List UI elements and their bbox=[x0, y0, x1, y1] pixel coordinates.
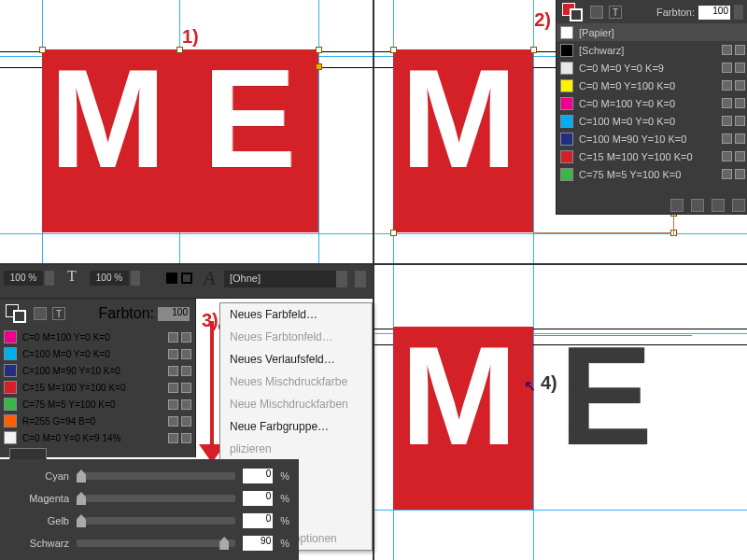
slider-label: Gelb bbox=[9, 515, 69, 526]
swatch-row[interactable]: C=0 M=0 Y=100 K=0 bbox=[557, 77, 747, 94]
selection-handle[interactable] bbox=[316, 47, 322, 53]
selection-handle[interactable] bbox=[390, 230, 397, 236]
artwork-frame[interactable]: M bbox=[393, 327, 533, 510]
color-type-icon bbox=[181, 349, 191, 359]
color-mode-icon bbox=[722, 98, 732, 108]
text-icon[interactable]: T bbox=[52, 307, 65, 320]
selection-handle[interactable] bbox=[316, 63, 322, 70]
swatch-row[interactable]: C=75 M=5 Y=100 K=0 bbox=[557, 165, 747, 183]
fill-indicator[interactable] bbox=[166, 273, 177, 284]
menu-item[interactable]: Neue Farbgruppe… bbox=[220, 415, 372, 438]
slider-track[interactable] bbox=[77, 539, 235, 547]
swatch-chip bbox=[560, 150, 573, 163]
swatch-chip bbox=[560, 133, 573, 146]
color-mode-icon bbox=[168, 399, 178, 410]
new-swatch-icon[interactable] bbox=[712, 199, 725, 212]
tint-label: Farbton: bbox=[656, 7, 695, 18]
swatch-row[interactable]: [Papier] bbox=[557, 23, 747, 41]
swatch-chip bbox=[4, 398, 17, 411]
cmyk-sliders-panel[interactable]: Cyan 0 %Magenta 0 %Gelb 0 %Schwarz 90 % bbox=[0, 459, 299, 560]
swatch-name: [Schwarz] bbox=[579, 45, 716, 56]
swatches-panel[interactable]: T Farbton: 100 C=0 M=100 Y=0 K=0 C=100 M… bbox=[0, 299, 196, 457]
slider-thumb[interactable] bbox=[77, 469, 86, 483]
text-tool-icon[interactable]: T bbox=[67, 268, 77, 285]
container-icon[interactable] bbox=[34, 307, 47, 320]
font-dropdown[interactable]: [Ohne] bbox=[224, 271, 336, 287]
trash-icon[interactable] bbox=[732, 199, 745, 212]
tint-stepper[interactable] bbox=[734, 5, 743, 20]
step-label-4: 4) bbox=[541, 372, 557, 394]
panel-menu-icon[interactable] bbox=[355, 271, 366, 287]
swatch-row[interactable]: C=0 M=0 Y=0 K=9 bbox=[557, 59, 747, 77]
zoom-select-a[interactable]: 100 % bbox=[4, 271, 54, 286]
color-type-icon bbox=[735, 116, 745, 126]
swatch-row[interactable]: [Schwarz] bbox=[557, 41, 747, 59]
slider-track[interactable] bbox=[77, 472, 235, 480]
color-type-icon bbox=[181, 416, 191, 427]
unit-label: % bbox=[280, 515, 289, 526]
show-options-icon[interactable] bbox=[670, 199, 684, 212]
folder-icon[interactable] bbox=[691, 199, 704, 212]
fill-stroke-proxy[interactable] bbox=[562, 3, 585, 21]
swatch-name: C=100 M=90 Y=10 K=0 bbox=[579, 133, 716, 145]
artwork-frame[interactable]: M bbox=[393, 49, 533, 232]
frame-edge bbox=[533, 232, 671, 233]
swatch-row[interactable]: C=75 M=5 Y=100 K=0 bbox=[0, 396, 195, 413]
tint-input[interactable]: 100 bbox=[158, 307, 190, 321]
chevron-down-icon[interactable] bbox=[131, 271, 140, 286]
swatch-chip bbox=[560, 97, 573, 110]
menu-item[interactable]: Neues Verlaufsfeld… bbox=[220, 348, 372, 371]
slider-thumb[interactable] bbox=[77, 514, 86, 527]
menu-item[interactable]: Neues Farbfeld… bbox=[220, 303, 372, 326]
chevron-down-icon[interactable] bbox=[336, 271, 347, 287]
glyph-e: E bbox=[203, 38, 296, 200]
color-mode-icon bbox=[168, 366, 178, 376]
swatch-row[interactable]: C=0 M=100 Y=0 K=0 bbox=[0, 329, 195, 345]
tint-input[interactable]: 100 bbox=[698, 6, 730, 20]
slider-value[interactable]: 0 bbox=[243, 513, 273, 528]
swatches-panel[interactable]: T Farbton: 100 [Papier] [Schwarz] C=0 M=… bbox=[556, 0, 747, 215]
swatch-row[interactable]: C=0 M=0 Y=0 K=9 14% bbox=[0, 429, 195, 446]
zoom-select-b[interactable]: 100 % bbox=[90, 271, 140, 286]
selection-handle[interactable] bbox=[39, 47, 46, 53]
chevron-down-icon[interactable] bbox=[45, 271, 54, 286]
unit-label: % bbox=[280, 538, 289, 549]
color-type-icon bbox=[735, 98, 745, 108]
slider-value[interactable]: 90 bbox=[243, 536, 273, 551]
swatch-chip bbox=[560, 62, 573, 75]
swatch-row[interactable]: C=15 M=100 Y=100 K=0 bbox=[0, 379, 195, 396]
selection-handle[interactable] bbox=[176, 47, 183, 53]
menu-item: plizieren bbox=[220, 438, 372, 460]
artwork-frame[interactable]: M E bbox=[42, 49, 318, 232]
swatch-row[interactable]: C=15 M=100 Y=100 K=0 bbox=[557, 147, 747, 165]
swatch-row[interactable]: C=0 M=100 Y=0 K=0 bbox=[557, 94, 747, 112]
swatch-name: C=100 M=0 Y=0 K=0 bbox=[22, 349, 162, 359]
swatch-row[interactable]: C=100 M=90 Y=10 K=0 bbox=[0, 362, 195, 379]
slider-thumb[interactable] bbox=[77, 492, 86, 505]
swatch-row[interactable]: R=255 G=94 B=0 bbox=[0, 413, 195, 429]
control-bar: 100 % T 100 % A [Ohne] bbox=[0, 265, 373, 299]
swatch-row[interactable]: C=100 M=0 Y=0 K=0 bbox=[557, 112, 747, 130]
character-format-icon[interactable]: A bbox=[204, 268, 215, 289]
selection-handle[interactable] bbox=[530, 47, 537, 53]
fill-stroke-proxy[interactable] bbox=[6, 304, 28, 323]
swatch-row[interactable]: C=100 M=0 Y=0 K=0 bbox=[0, 345, 195, 362]
slider-track[interactable] bbox=[77, 495, 235, 502]
selection-handle[interactable] bbox=[390, 47, 397, 53]
swatch-row[interactable]: C=100 M=90 Y=10 K=0 bbox=[557, 130, 747, 147]
color-mode-icon bbox=[722, 45, 732, 55]
text-icon[interactable]: T bbox=[609, 6, 622, 19]
panel-step-2: M 2) T Farbton: 100 [Papier] [Schwarz] C… bbox=[374, 0, 747, 263]
slider-row: Gelb 0 % bbox=[9, 510, 289, 532]
stroke-indicator[interactable] bbox=[181, 273, 192, 284]
slider-label: Magenta bbox=[9, 493, 69, 504]
slider-value[interactable]: 0 bbox=[243, 469, 273, 483]
slider-value[interactable]: 0 bbox=[243, 491, 273, 506]
slider-thumb[interactable] bbox=[219, 537, 229, 550]
swatch-chip bbox=[4, 364, 17, 377]
swatch-name: C=0 M=0 Y=0 K=9 14% bbox=[22, 433, 162, 443]
color-mode-icon bbox=[168, 433, 178, 443]
container-icon[interactable] bbox=[590, 6, 603, 19]
swatch-name: C=0 M=0 Y=0 K=9 bbox=[579, 63, 716, 74]
slider-track[interactable] bbox=[77, 517, 235, 525]
